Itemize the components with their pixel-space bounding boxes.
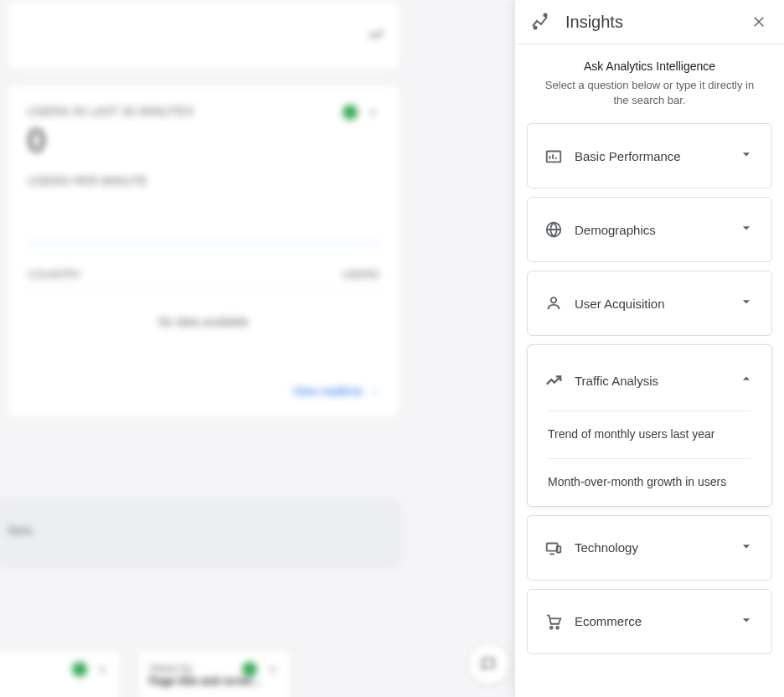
svg-rect-5 (547, 543, 558, 550)
svg-point-0 (544, 14, 547, 17)
chevron-up-icon (738, 370, 755, 390)
status-dot-icon (72, 662, 87, 677)
realtime-table-head: COUNTRY USERS (28, 260, 379, 290)
mini-card-2: Views by Page title and scree... ▾ (137, 649, 291, 697)
category-basic-performance[interactable]: Basic Performance (527, 123, 772, 188)
close-button[interactable] (749, 12, 769, 32)
category-user-acquisition[interactable]: User Acquisition (527, 271, 772, 336)
info-strip: here. (0, 498, 402, 570)
category-header[interactable]: Ecommerce (528, 590, 771, 653)
category-body: Trend of monthly users last year Month-o… (548, 410, 751, 505)
svg-point-8 (556, 627, 559, 629)
mini-card-1: ▾ (0, 649, 121, 697)
chevron-down-icon: ▾ (270, 663, 276, 676)
mini-cards-row: ▾ Views by Page title and scree... ▾ (0, 649, 291, 697)
category-label: Ecommerce (575, 614, 738, 628)
category-header[interactable]: Demographics (528, 198, 771, 261)
trend-icon (367, 26, 387, 46)
trending-up-icon (544, 371, 563, 390)
realtime-header: USERS IN LAST 30 MINUTES (28, 105, 379, 118)
svg-point-1 (534, 27, 537, 29)
users-col-label: USERS (342, 268, 379, 281)
category-technology[interactable]: Technology (527, 515, 772, 581)
country-col-label: COUNTRY (28, 268, 81, 281)
svg-rect-6 (557, 546, 561, 552)
chevron-down-icon (738, 219, 755, 240)
intro-heading: Ask Analytics Intelligence (539, 59, 761, 73)
insights-icon (530, 12, 550, 32)
question-item[interactable]: Trend of monthly users last year (548, 411, 751, 459)
chevron-down-icon: ▾ (370, 106, 376, 119)
view-realtime-link: View realtime (292, 385, 379, 398)
chevron-down-icon (738, 146, 755, 166)
category-header[interactable]: Technology (528, 516, 771, 580)
intro-text: Select a question below or type it direc… (539, 78, 761, 108)
panel-header: Insights (515, 0, 784, 44)
category-label: Technology (575, 540, 738, 555)
devices-icon (544, 539, 563, 557)
category-label: Basic Performance (575, 149, 738, 163)
svg-point-7 (550, 627, 553, 629)
realtime-value: 0 (28, 123, 379, 159)
category-label: User Acquisition (575, 297, 738, 311)
chevron-down-icon (738, 293, 755, 313)
bg-header-card (7, 0, 400, 71)
realtime-subheader: USERS PER MINUTE (28, 174, 379, 188)
strip-text: here. (8, 524, 35, 537)
dashboard-icon (544, 147, 563, 165)
category-list: Basic Performance Demographics (515, 116, 784, 697)
cart-icon (544, 612, 563, 631)
sparkline-placeholder (28, 203, 379, 245)
intro-section: Ask Analytics Intelligence Select a ques… (515, 44, 784, 116)
status-dot-icon (242, 662, 257, 677)
svg-point-4 (551, 298, 556, 303)
category-header[interactable]: Basic Performance (528, 124, 771, 188)
category-header[interactable]: Traffic Analysis (528, 345, 771, 410)
panel-title: Insights (565, 13, 749, 32)
feedback-button[interactable] (467, 643, 509, 685)
insights-panel: Insights Ask Analytics Intelligence Sele… (515, 0, 784, 697)
category-ecommerce[interactable]: Ecommerce (527, 589, 772, 654)
chevron-down-icon: ▾ (100, 663, 106, 676)
category-demographics[interactable]: Demographics (527, 197, 772, 262)
mini-card-line1: Views by (149, 662, 279, 674)
question-item[interactable]: Month-over-month growth in users (548, 459, 751, 506)
category-label: Traffic Analysis (575, 374, 738, 388)
mini-card-line2: Page title and scree... (149, 674, 279, 687)
chevron-down-icon (738, 538, 755, 558)
category-traffic-analysis[interactable]: Traffic Analysis Trend of monthly users … (527, 344, 772, 506)
category-label: Demographics (575, 223, 738, 237)
chevron-down-icon (738, 612, 755, 632)
person-icon (544, 294, 563, 312)
realtime-card: ▾ USERS IN LAST 30 MINUTES 0 USERS PER M… (7, 84, 400, 419)
status-dot-icon (343, 105, 358, 120)
no-data-text: No data available (28, 315, 379, 328)
dashboard-background: ▾ USERS IN LAST 30 MINUTES 0 USERS PER M… (0, 0, 515, 697)
globe-icon (544, 220, 563, 239)
category-header[interactable]: User Acquisition (528, 271, 771, 335)
